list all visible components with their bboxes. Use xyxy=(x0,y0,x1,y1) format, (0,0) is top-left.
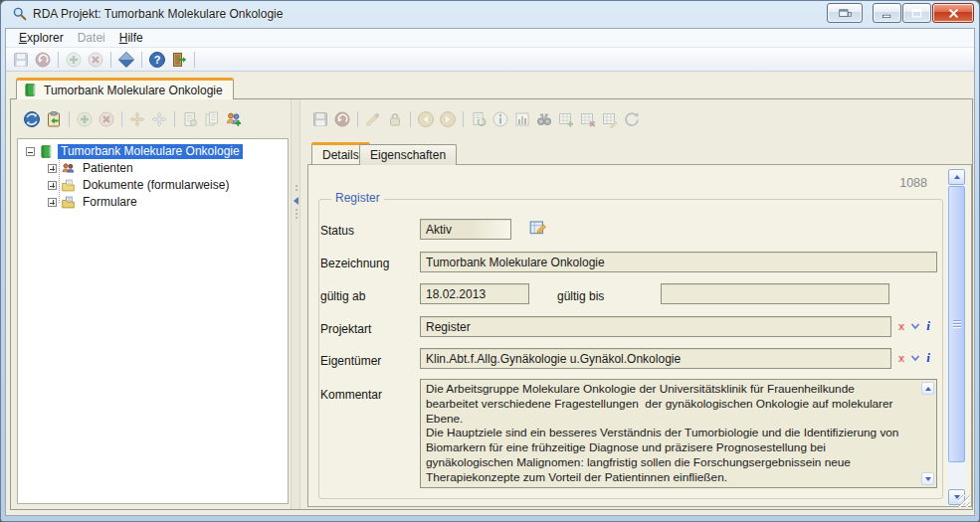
menu-datei: Datei xyxy=(71,29,112,47)
gueltig-ab-field[interactable]: 18.02.2013 xyxy=(420,283,529,304)
tree-item-root[interactable]: Tumorbank Molekulare Onkologie xyxy=(26,143,243,160)
edit-button xyxy=(362,108,384,130)
vertical-scrollbar[interactable] xyxy=(948,169,965,505)
scrollbar-up-button[interactable] xyxy=(948,169,965,185)
window-title: RDA Projekt: Tumorbank Molekulare Onkolo… xyxy=(33,7,283,21)
projektart-label: Projektart xyxy=(320,322,371,336)
status-field[interactable]: Aktiv xyxy=(420,219,511,240)
titlebar[interactable]: RDA Projekt: Tumorbank Molekulare Onkolo… xyxy=(1,1,979,28)
resize-grip[interactable] xyxy=(958,495,970,507)
forms-folder-icon xyxy=(61,195,76,210)
tree-item-dokumente[interactable]: Dokumente (formularweise) xyxy=(48,177,232,194)
table-add-icon xyxy=(557,110,575,128)
collapse-expander-icon[interactable] xyxy=(26,147,35,156)
table-edit-icon xyxy=(601,110,619,128)
undo-icon xyxy=(34,51,52,69)
menu-explorer[interactable]: Explorer xyxy=(12,29,71,47)
paste-import-button[interactable] xyxy=(43,108,65,130)
app-window: RDA Projekt: Tumorbank Molekulare Onkolo… xyxy=(0,0,980,522)
expand-expander-icon[interactable] xyxy=(48,198,57,207)
close-icon xyxy=(946,6,961,21)
chevron-down-icon[interactable] xyxy=(910,353,920,363)
documents-folder-icon xyxy=(61,178,76,193)
kommentar-field[interactable]: Die Arbeitsgruppe Molekulare Onkologie d… xyxy=(420,379,937,488)
close-button[interactable] xyxy=(932,3,974,23)
workspace-tab[interactable]: Tumorbank Molekulare Onkologie xyxy=(16,78,234,99)
eigentuemer-field[interactable]: Klin.Abt.f.Allg.Gynäkologie u.Gynäkol.On… xyxy=(420,348,891,369)
expand-expander-icon[interactable] xyxy=(48,181,57,190)
record-id: 1088 xyxy=(899,176,927,190)
bezeichnung-label: Bezeichnung xyxy=(320,257,389,270)
window-mode-button[interactable] xyxy=(827,3,863,23)
kommentar-text: Die Arbeitsgruppe Molekulare Onkologie d… xyxy=(426,382,918,488)
exit-button[interactable] xyxy=(168,49,190,71)
kommentar-label: Kommentar xyxy=(320,388,382,402)
expand-expander-icon[interactable] xyxy=(48,164,57,173)
maximize-button[interactable] xyxy=(902,3,931,23)
gueltig-bis-field[interactable] xyxy=(661,283,889,304)
status-label: Status xyxy=(320,224,354,238)
add-person-button[interactable] xyxy=(223,108,245,130)
pencil-icon xyxy=(364,110,382,128)
tree-delete-button xyxy=(96,108,117,130)
clear-icon[interactable]: x xyxy=(898,353,904,363)
scroll-down-icon[interactable] xyxy=(921,472,934,485)
panel-splitter[interactable] xyxy=(291,99,300,509)
undo-icon xyxy=(333,110,351,128)
copy-document-icon xyxy=(203,110,221,128)
edit-status-icon[interactable] xyxy=(528,217,548,237)
main-toolbar xyxy=(6,48,974,72)
help-button[interactable] xyxy=(146,49,168,71)
content-area: Tumorbank Molekulare Onkologie xyxy=(6,72,974,515)
table-delete-button xyxy=(577,108,599,130)
move-icon xyxy=(128,110,146,128)
rotate-icon xyxy=(623,110,641,128)
green-book-icon xyxy=(39,144,54,159)
tree-item-patienten[interactable]: Patienten xyxy=(48,160,136,177)
delete-button xyxy=(85,49,106,71)
tree-toolbar xyxy=(21,108,245,130)
tree-item-label[interactable]: Formulare xyxy=(80,195,140,210)
help-icon xyxy=(148,51,166,69)
gueltig-ab-label: gültig ab xyxy=(320,289,365,303)
tree-item-label[interactable]: Tumorbank Molekulare Onkologie xyxy=(58,144,243,159)
forward-icon xyxy=(439,110,457,128)
refresh-button[interactable] xyxy=(21,108,43,130)
clear-icon[interactable]: x xyxy=(898,321,904,331)
rotate-button xyxy=(621,108,643,130)
tree-add-button xyxy=(74,108,96,130)
collapse-panel-icon[interactable] xyxy=(294,197,298,205)
patients-icon xyxy=(61,161,76,176)
maximize-icon xyxy=(909,6,924,21)
eigentuemer-label: Eigentümer xyxy=(320,354,381,368)
save-button xyxy=(10,49,32,71)
magnifier-icon xyxy=(12,6,28,22)
tree-item-label[interactable]: Patienten xyxy=(80,161,136,176)
menu-hilfe[interactable]: Hilfe xyxy=(112,29,150,47)
tree-item-label[interactable]: Dokumente (formularweise) xyxy=(80,178,232,193)
add-button xyxy=(63,49,85,71)
projektart-field[interactable]: Register xyxy=(420,316,891,337)
copy-document-button xyxy=(201,108,223,130)
minimize-button[interactable] xyxy=(873,3,901,23)
lock-icon xyxy=(386,110,404,128)
minimize-icon xyxy=(880,6,894,21)
gueltig-bis-label: gültig bis xyxy=(557,289,604,303)
info-icon[interactable]: i xyxy=(926,321,930,331)
tree-item-formulare[interactable]: Formulare xyxy=(48,194,140,211)
chevron-down-icon[interactable] xyxy=(910,321,920,331)
new-document-button xyxy=(179,108,201,130)
detail-save-button xyxy=(309,108,331,130)
detail-toolbar xyxy=(309,108,643,130)
tab-eigenschaften-label: Eigenschaften xyxy=(370,148,446,162)
navigator-button[interactable] xyxy=(115,49,137,71)
table-edit-button xyxy=(599,108,621,130)
scrollbar-thumb[interactable] xyxy=(948,186,965,462)
back-icon xyxy=(417,110,435,128)
bezeichnung-field[interactable]: Tumorbank Molekulare Onkologie xyxy=(420,252,937,272)
refresh-icon xyxy=(23,110,41,128)
scroll-up-icon[interactable] xyxy=(921,382,934,395)
new-document-icon xyxy=(181,110,199,128)
tab-eigenschaften[interactable]: Eigenschaften xyxy=(359,144,457,165)
info-icon[interactable]: i xyxy=(926,353,930,363)
